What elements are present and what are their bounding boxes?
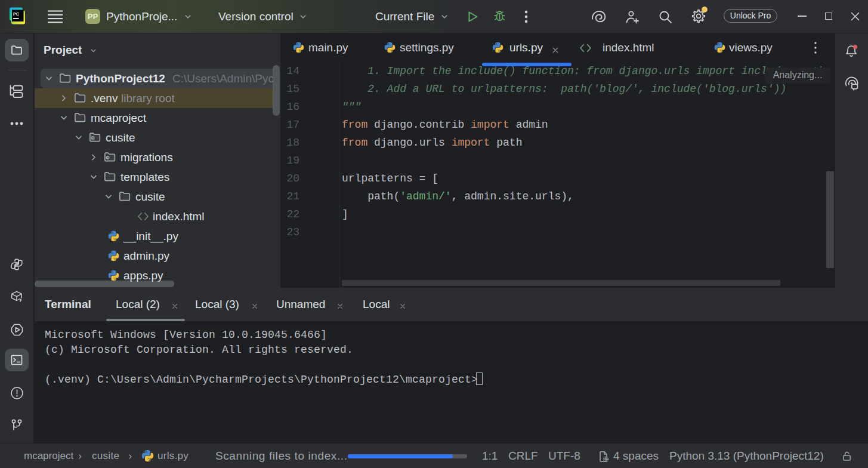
svg-text:PC: PC xyxy=(13,11,19,17)
